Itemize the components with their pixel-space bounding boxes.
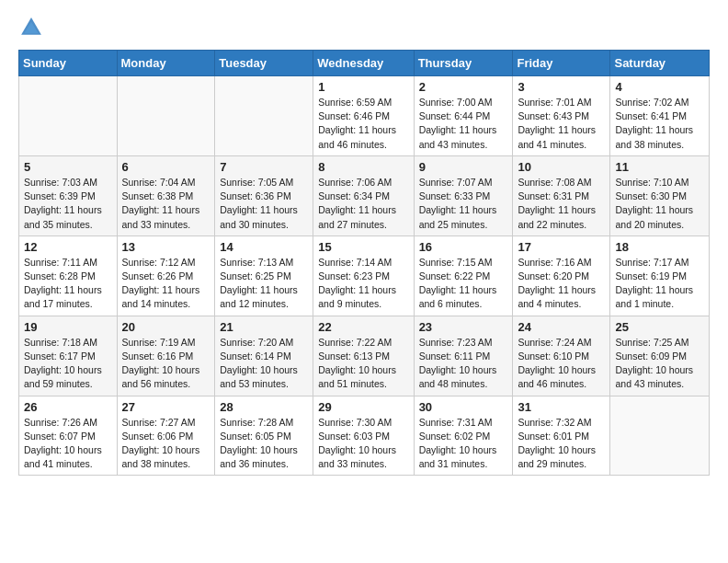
calendar-cell: 25Sunrise: 7:25 AM Sunset: 6:09 PM Dayli… <box>610 316 710 396</box>
calendar-cell: 19Sunrise: 7:18 AM Sunset: 6:17 PM Dayli… <box>19 316 118 396</box>
day-info: Sunrise: 7:16 AM Sunset: 6:20 PM Dayligh… <box>518 256 605 312</box>
day-number: 3 <box>518 80 605 94</box>
day-number: 17 <box>518 240 605 254</box>
day-number: 9 <box>419 160 508 174</box>
day-info: Sunrise: 7:19 AM Sunset: 6:16 PM Dayligh… <box>122 336 210 392</box>
day-number: 6 <box>122 160 210 174</box>
calendar-cell <box>19 76 118 156</box>
day-number: 21 <box>220 320 308 334</box>
day-number: 20 <box>122 320 210 334</box>
calendar-cell: 18Sunrise: 7:17 AM Sunset: 6:19 PM Dayli… <box>610 236 710 316</box>
calendar-cell: 9Sunrise: 7:07 AM Sunset: 6:33 PM Daylig… <box>414 155 513 236</box>
day-info: Sunrise: 7:07 AM Sunset: 6:33 PM Dayligh… <box>419 176 508 232</box>
day-number: 1 <box>318 80 408 94</box>
day-number: 16 <box>419 240 508 254</box>
calendar-cell <box>117 76 215 156</box>
calendar-cell: 4Sunrise: 7:02 AM Sunset: 6:41 PM Daylig… <box>610 76 710 156</box>
weekday-header-tuesday: Tuesday <box>215 51 313 76</box>
day-info: Sunrise: 7:11 AM Sunset: 6:28 PM Dayligh… <box>24 256 112 312</box>
day-info: Sunrise: 7:23 AM Sunset: 6:11 PM Dayligh… <box>419 336 508 392</box>
day-number: 30 <box>419 400 508 414</box>
logo <box>18 15 48 40</box>
day-number: 26 <box>24 400 112 414</box>
day-info: Sunrise: 7:10 AM Sunset: 6:30 PM Dayligh… <box>615 176 704 232</box>
day-info: Sunrise: 7:31 AM Sunset: 6:02 PM Dayligh… <box>419 416 508 472</box>
page: SundayMondayTuesdayWednesdayThursdayFrid… <box>0 0 728 490</box>
calendar-cell: 1Sunrise: 6:59 AM Sunset: 6:46 PM Daylig… <box>313 76 414 156</box>
day-info: Sunrise: 7:24 AM Sunset: 6:10 PM Dayligh… <box>518 336 605 392</box>
day-number: 18 <box>615 240 704 254</box>
calendar-cell: 17Sunrise: 7:16 AM Sunset: 6:20 PM Dayli… <box>513 236 610 316</box>
day-info: Sunrise: 7:20 AM Sunset: 6:14 PM Dayligh… <box>220 336 308 392</box>
day-info: Sunrise: 7:04 AM Sunset: 6:38 PM Dayligh… <box>122 176 210 232</box>
header <box>18 15 710 40</box>
weekday-header-row: SundayMondayTuesdayWednesdayThursdayFrid… <box>19 51 710 76</box>
calendar-cell: 26Sunrise: 7:26 AM Sunset: 6:07 PM Dayli… <box>19 396 118 476</box>
day-number: 27 <box>122 400 210 414</box>
calendar-cell: 30Sunrise: 7:31 AM Sunset: 6:02 PM Dayli… <box>414 396 513 476</box>
day-info: Sunrise: 7:22 AM Sunset: 6:13 PM Dayligh… <box>318 336 408 392</box>
day-info: Sunrise: 7:28 AM Sunset: 6:05 PM Dayligh… <box>220 416 308 472</box>
day-number: 29 <box>318 400 408 414</box>
day-number: 23 <box>419 320 508 334</box>
day-info: Sunrise: 7:30 AM Sunset: 6:03 PM Dayligh… <box>318 416 408 472</box>
day-number: 4 <box>615 80 704 94</box>
weekday-header-saturday: Saturday <box>610 51 710 76</box>
calendar-cell: 11Sunrise: 7:10 AM Sunset: 6:30 PM Dayli… <box>610 155 710 236</box>
day-info: Sunrise: 7:02 AM Sunset: 6:41 PM Dayligh… <box>615 96 704 152</box>
day-number: 31 <box>518 400 605 414</box>
calendar-cell: 28Sunrise: 7:28 AM Sunset: 6:05 PM Dayli… <box>215 396 313 476</box>
day-info: Sunrise: 7:05 AM Sunset: 6:36 PM Dayligh… <box>220 176 308 232</box>
calendar-week-row-1: 1Sunrise: 6:59 AM Sunset: 6:46 PM Daylig… <box>19 76 710 156</box>
day-info: Sunrise: 7:32 AM Sunset: 6:01 PM Dayligh… <box>518 416 605 472</box>
day-info: Sunrise: 7:26 AM Sunset: 6:07 PM Dayligh… <box>24 416 112 472</box>
day-number: 15 <box>318 240 408 254</box>
day-info: Sunrise: 7:08 AM Sunset: 6:31 PM Dayligh… <box>518 176 605 232</box>
calendar-cell: 14Sunrise: 7:13 AM Sunset: 6:25 PM Dayli… <box>215 236 313 316</box>
day-number: 11 <box>615 160 704 174</box>
day-number: 28 <box>220 400 308 414</box>
day-info: Sunrise: 6:59 AM Sunset: 6:46 PM Dayligh… <box>318 96 408 152</box>
calendar-table: SundayMondayTuesdayWednesdayThursdayFrid… <box>18 50 710 476</box>
calendar-cell: 8Sunrise: 7:06 AM Sunset: 6:34 PM Daylig… <box>313 155 414 236</box>
calendar-cell <box>610 396 710 476</box>
weekday-header-sunday: Sunday <box>19 51 118 76</box>
day-number: 10 <box>518 160 605 174</box>
weekday-header-thursday: Thursday <box>414 51 513 76</box>
calendar-cell: 24Sunrise: 7:24 AM Sunset: 6:10 PM Dayli… <box>513 316 610 396</box>
logo-icon <box>18 15 44 40</box>
calendar-cell: 2Sunrise: 7:00 AM Sunset: 6:44 PM Daylig… <box>414 76 513 156</box>
day-info: Sunrise: 7:25 AM Sunset: 6:09 PM Dayligh… <box>615 336 704 392</box>
day-number: 2 <box>419 80 508 94</box>
day-number: 13 <box>122 240 210 254</box>
day-number: 8 <box>318 160 408 174</box>
calendar-cell: 15Sunrise: 7:14 AM Sunset: 6:23 PM Dayli… <box>313 236 414 316</box>
day-info: Sunrise: 7:27 AM Sunset: 6:06 PM Dayligh… <box>122 416 210 472</box>
day-number: 14 <box>220 240 308 254</box>
day-number: 24 <box>518 320 605 334</box>
day-number: 22 <box>318 320 408 334</box>
calendar-cell: 22Sunrise: 7:22 AM Sunset: 6:13 PM Dayli… <box>313 316 414 396</box>
day-info: Sunrise: 7:17 AM Sunset: 6:19 PM Dayligh… <box>615 256 704 312</box>
day-info: Sunrise: 7:06 AM Sunset: 6:34 PM Dayligh… <box>318 176 408 232</box>
calendar-cell: 7Sunrise: 7:05 AM Sunset: 6:36 PM Daylig… <box>215 155 313 236</box>
calendar-week-row-3: 12Sunrise: 7:11 AM Sunset: 6:28 PM Dayli… <box>19 236 710 316</box>
calendar-cell: 6Sunrise: 7:04 AM Sunset: 6:38 PM Daylig… <box>117 155 215 236</box>
calendar-cell: 23Sunrise: 7:23 AM Sunset: 6:11 PM Dayli… <box>414 316 513 396</box>
calendar-cell: 13Sunrise: 7:12 AM Sunset: 6:26 PM Dayli… <box>117 236 215 316</box>
day-info: Sunrise: 7:13 AM Sunset: 6:25 PM Dayligh… <box>220 256 308 312</box>
weekday-header-wednesday: Wednesday <box>313 51 414 76</box>
weekday-header-friday: Friday <box>513 51 610 76</box>
calendar-cell: 10Sunrise: 7:08 AM Sunset: 6:31 PM Dayli… <box>513 155 610 236</box>
day-info: Sunrise: 7:15 AM Sunset: 6:22 PM Dayligh… <box>419 256 508 312</box>
calendar-cell: 20Sunrise: 7:19 AM Sunset: 6:16 PM Dayli… <box>117 316 215 396</box>
calendar-cell: 21Sunrise: 7:20 AM Sunset: 6:14 PM Dayli… <box>215 316 313 396</box>
calendar-cell: 27Sunrise: 7:27 AM Sunset: 6:06 PM Dayli… <box>117 396 215 476</box>
calendar-cell: 31Sunrise: 7:32 AM Sunset: 6:01 PM Dayli… <box>513 396 610 476</box>
calendar-week-row-5: 26Sunrise: 7:26 AM Sunset: 6:07 PM Dayli… <box>19 396 710 476</box>
calendar-cell: 3Sunrise: 7:01 AM Sunset: 6:43 PM Daylig… <box>513 76 610 156</box>
day-info: Sunrise: 7:00 AM Sunset: 6:44 PM Dayligh… <box>419 96 508 152</box>
day-info: Sunrise: 7:01 AM Sunset: 6:43 PM Dayligh… <box>518 96 605 152</box>
calendar-cell: 16Sunrise: 7:15 AM Sunset: 6:22 PM Dayli… <box>414 236 513 316</box>
day-number: 7 <box>220 160 308 174</box>
